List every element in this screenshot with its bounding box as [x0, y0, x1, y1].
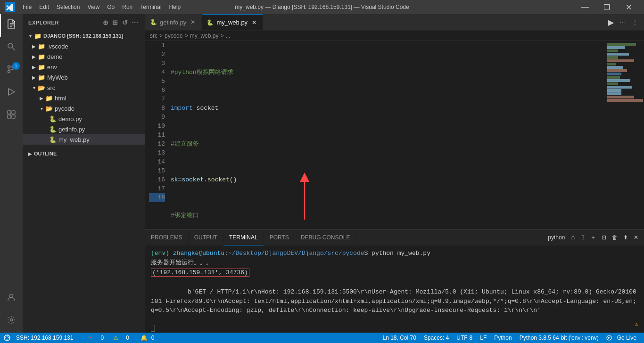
menu-go[interactable]: Go	[103, 2, 118, 12]
statusbar-python[interactable]: Python 3.8.5 64-bit ('env': venv)	[516, 333, 603, 343]
collapse-icon[interactable]: ⋯	[131, 18, 140, 27]
terminal-maximize-button[interactable]: ⬆	[621, 233, 630, 242]
code-content[interactable]: #python模拟网络请求 import socket #建立服务 sk=soc…	[169, 41, 606, 229]
tab-my-web[interactable]: 🐍 my_web.py ✕	[202, 14, 263, 30]
tree-demo[interactable]: ▶ 📁 demo	[23, 51, 145, 62]
menu-edit[interactable]: Edit	[35, 2, 53, 12]
tree-root[interactable]: ▾ 📁 DJANGO [SSH: 192.168.159.131]	[23, 31, 145, 41]
svg-line-1	[12, 48, 15, 50]
terminal-cursor-line: █	[151, 324, 638, 333]
tab-myweb-label: my_web.py	[216, 19, 248, 26]
terminal-content[interactable]: (env) zhangke@ubuntu:~/Desktop/DjangoDEV…	[145, 246, 644, 333]
editor-actions: ▶ ⋯ ⋮	[603, 14, 644, 30]
activity-settings[interactable]	[0, 310, 23, 333]
activity-run[interactable]	[0, 82, 23, 105]
activity-extensions[interactable]	[0, 105, 23, 127]
menu-view[interactable]: View	[83, 2, 103, 12]
statusbar-errors[interactable]: ✕ 0 ⚠ 0	[81, 333, 136, 343]
warning-count: 0	[122, 333, 133, 343]
maximize-button[interactable]: ❐	[596, 0, 618, 14]
tree-myweb[interactable]: ▶ 📁 MyWeb	[23, 72, 145, 82]
demo-folder-icon: 📁	[38, 53, 45, 60]
tree-demo-py[interactable]: 🐍 demo.py	[23, 114, 145, 124]
terminal-server-start: 服务器开始运行。。。	[151, 259, 212, 266]
activity-explorer[interactable]	[0, 14, 23, 37]
main-layout: 1 EXPLORER ⊕ ⊞	[0, 14, 644, 333]
terminal-split-button[interactable]: ⊡	[600, 233, 608, 242]
window-controls: — ❐ ✕	[574, 0, 639, 14]
demopy-icon: 🐍	[49, 115, 57, 122]
tree-pycode[interactable]: ▾ 📂 pycode	[23, 103, 145, 114]
terminal-add-button[interactable]: ＋	[588, 233, 598, 243]
menu-help[interactable]: Help	[165, 2, 185, 12]
new-file-icon[interactable]: ⊕	[102, 18, 110, 27]
tab-debug-console[interactable]: DEBUG CONSOLE	[295, 229, 356, 245]
minimize-button[interactable]: —	[574, 0, 596, 14]
close-button[interactable]: ✕	[618, 0, 639, 14]
error-icon: ✕	[84, 333, 97, 343]
editor-area: 🐍 getinfo.py ✕ 🐍 my_web.py ✕ ▶ ⋯ ⋮ src >…	[145, 14, 644, 333]
statusbar-encoding[interactable]: UTF-8	[453, 333, 476, 343]
statusbar-right: Ln 18, Col 70 Spaces: 4 UTF-8 LF Python …	[379, 333, 644, 343]
code-line-3: #建立服务	[171, 139, 606, 148]
svg-marker-6	[8, 89, 15, 95]
terminal-close-button[interactable]: ✕	[632, 233, 640, 242]
extensions-icon	[7, 110, 16, 122]
tab-ports[interactable]: PORTS	[264, 229, 295, 245]
tree-env[interactable]: ▶ 📁 env	[23, 62, 145, 72]
statusbar-language[interactable]: Python	[490, 333, 515, 343]
tree-src[interactable]: ▾ 📂 src	[23, 82, 145, 93]
explorer-title: EXPLORER	[28, 20, 59, 25]
myweb-folder-icon: 📁	[38, 74, 45, 81]
menu-selection[interactable]: Selection	[53, 2, 83, 12]
tree-vscode[interactable]: ▶ 📁 .vscode	[23, 41, 145, 51]
src-arrow: ▾	[30, 85, 38, 90]
menu-file[interactable]: File	[19, 2, 35, 12]
terminal-area: PROBLEMS OUTPUT TERMINAL PORTS DEBUG CON…	[145, 229, 644, 333]
svg-rect-10	[8, 115, 11, 118]
tab-myweb-close[interactable]: ✕	[250, 19, 258, 26]
tab-terminal[interactable]: TERMINAL	[223, 229, 264, 245]
tree-my-web-py[interactable]: 🐍 my_web.py	[23, 134, 145, 145]
breadcrumb-more[interactable]: ...	[225, 33, 230, 39]
file-tree: ▾ 📁 DJANGO [SSH: 192.168.159.131] ▶ 📁 .v…	[23, 31, 145, 333]
statusbar-remote[interactable]: SSH: 192.168.159.131	[0, 333, 81, 343]
breadcrumb-pycode[interactable]: pycode	[165, 33, 183, 39]
tab-getinfo[interactable]: 🐍 getinfo.py ✕	[145, 14, 202, 30]
activity-remote[interactable]	[0, 287, 23, 310]
html-folder-icon: 📁	[45, 95, 53, 102]
tab-getinfo-close[interactable]: ✕	[189, 18, 197, 26]
split-editor-button[interactable]: ⋯	[618, 17, 628, 27]
terminal-line-cmd: (env) zhangke@ubuntu:~/Desktop/DjangoDEV…	[151, 249, 638, 258]
root-arrow: ▾	[26, 33, 34, 39]
menu-terminal[interactable]: Terminal	[136, 2, 165, 12]
statusbar-spaces[interactable]: Spaces: 4	[420, 333, 453, 343]
terminal-tab-actions: python ⚠ 1 ＋ ⊡ 🗑 ⬆ ✕	[542, 229, 644, 245]
statusbar-bell[interactable]: 🔔 0	[137, 333, 162, 343]
sidebar: EXPLORER ⊕ ⊞ ↺ ⋯ ▾ 📁 DJANGO [SSH: 192.16…	[23, 14, 145, 333]
run-file-button[interactable]: ▶	[606, 17, 616, 28]
svg-rect-11	[12, 115, 15, 118]
breadcrumb-file[interactable]: my_web.py	[190, 33, 219, 39]
terminal-kill-button[interactable]: 🗑	[610, 233, 619, 242]
sidebar-header-icons: ⊕ ⊞ ↺ ⋯	[102, 18, 140, 27]
statusbar-live-share[interactable]: Go Live	[603, 333, 644, 343]
refresh-icon[interactable]: ↺	[121, 18, 129, 27]
terminal-connection-info: ('192.168.159.131', 34736)	[151, 269, 249, 277]
statusbar-position[interactable]: Ln 18, Col 70	[379, 333, 420, 343]
tab-problems[interactable]: PROBLEMS	[145, 229, 189, 245]
outline-header[interactable]: ▶ OUTLINE	[23, 148, 145, 159]
activity-source-control[interactable]: 1	[0, 59, 23, 82]
menu-run[interactable]: Run	[118, 2, 136, 12]
vscode-folder-icon: 📁	[38, 43, 45, 50]
new-folder-icon[interactable]: ⊞	[111, 18, 119, 27]
warning-icon-bottom: ⚠	[635, 321, 638, 328]
terminal-line-running: 服务器开始运行。。。	[151, 258, 638, 268]
more-actions-button[interactable]: ⋮	[630, 17, 640, 27]
tab-output[interactable]: OUTPUT	[189, 229, 223, 245]
tree-getinfo-py[interactable]: 🐍 getinfo.py	[23, 124, 145, 134]
statusbar-line-ending[interactable]: LF	[476, 333, 490, 343]
tree-html[interactable]: ▶ 📁 html	[23, 93, 145, 103]
activity-search[interactable]	[0, 37, 23, 59]
breadcrumb-src[interactable]: src	[150, 33, 157, 39]
